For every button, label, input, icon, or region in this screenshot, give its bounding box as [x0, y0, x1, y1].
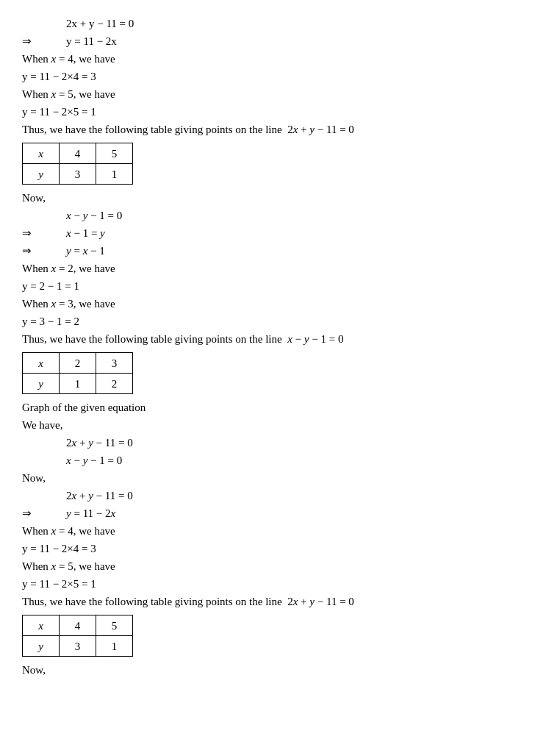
now-2-text: Now,: [22, 472, 46, 484]
now-1-text: Now,: [22, 192, 46, 204]
calc-x4-b: y = 11 − 2×4 = 3: [22, 540, 538, 557]
table-3: x 4 5 y 3 1: [22, 615, 133, 657]
equation-5: 2x + y − 11 = 0: [22, 487, 538, 504]
step-2b: ⇒ y = x − 1: [22, 242, 538, 260]
arrow-1: ⇒: [22, 32, 66, 50]
eq5-text: 2x + y − 11 = 0: [66, 490, 133, 502]
when-x3: When x = 3, we have: [22, 295, 538, 313]
table2-y-2: 2: [96, 374, 133, 394]
table2-header-x: x: [23, 353, 60, 374]
when-x5-b-text: When x = 5, we have: [22, 560, 115, 572]
step-1: ⇒ y = 11 − 2x: [22, 32, 538, 50]
when-x4: When x = 4, we have: [22, 50, 538, 68]
table3-header-y: y: [23, 636, 60, 657]
table3-header-x: x: [23, 615, 60, 636]
when-x5: When x = 5, we have: [22, 85, 538, 103]
when-x2: When x = 2, we have: [22, 260, 538, 277]
math-content: 2x + y − 11 = 0 ⇒ y = 11 − 2x When x = 4…: [22, 15, 538, 679]
eq3-text: 2x + y − 11 = 0: [66, 437, 133, 449]
calc-x3: y = 3 − 1 = 2: [22, 313, 538, 330]
step-3: ⇒ y = 11 − 2x: [22, 504, 538, 522]
arrow-2b: ⇒: [22, 242, 66, 260]
calc-x2-text: y = 2 − 1 = 1: [22, 280, 79, 292]
now-1: Now,: [22, 189, 538, 207]
table1-header-y: y: [23, 164, 60, 185]
thus-table3-text: Thus, we have the following table giving…: [22, 593, 538, 610]
when-x2-text: When x = 2, we have: [22, 263, 115, 274]
thus3-label: Thus, we have the following table giving…: [22, 596, 354, 607]
eq4-text: x − y − 1 = 0: [66, 454, 122, 466]
equation-2: x − y − 1 = 0: [22, 207, 538, 224]
arrow-2a: ⇒: [22, 224, 66, 242]
when-x5-text: When x = 5, we have: [22, 88, 115, 100]
table3-x-5: 5: [96, 615, 133, 636]
when-x4-b: When x = 4, we have: [22, 522, 538, 540]
calc-x5-b: y = 11 − 2×5 = 1: [22, 575, 538, 593]
table2-header-y: y: [23, 374, 60, 394]
calc-x3-text: y = 3 − 1 = 2: [22, 315, 79, 327]
we-have-text: We have,: [22, 419, 62, 431]
table1-x-4: 4: [60, 143, 96, 164]
table3-y-1: 1: [96, 636, 133, 657]
eq1-text: 2x + y − 11 = 0: [66, 18, 134, 29]
table-1: x 4 5 y 3 1: [22, 143, 133, 185]
thus-table1-text: Thus, we have the following table giving…: [22, 121, 538, 138]
eq2-text: x − y − 1 = 0: [66, 210, 122, 221]
thus2-label: Thus, we have the following table giving…: [22, 333, 343, 345]
table1-y-1: 1: [96, 164, 133, 185]
when-x3-text: When x = 3, we have: [22, 298, 115, 310]
table1-y-3: 3: [60, 164, 96, 185]
when-x4-text: When x = 4, we have: [22, 53, 115, 65]
calc-x4-b-text: y = 11 − 2×4 = 3: [22, 543, 96, 554]
calc-x4-text: y = 11 − 2×4 = 3: [22, 71, 96, 82]
step-2a-expr: x − 1 = y: [66, 224, 105, 242]
when-x5-b: When x = 5, we have: [22, 557, 538, 575]
table3-y-3: 3: [60, 636, 96, 657]
now-3-text: Now,: [22, 664, 46, 676]
graph-heading-text: Graph of the given equation: [22, 402, 146, 413]
now-3: Now,: [22, 661, 538, 679]
we-have: We have,: [22, 416, 538, 434]
step-2b-expr: y = x − 1: [66, 242, 105, 260]
table2-y-1: 1: [60, 374, 96, 394]
calc-x5: y = 11 − 2×5 = 1: [22, 103, 538, 121]
equation-3: 2x + y − 11 = 0: [22, 434, 538, 452]
calc-x2: y = 2 − 1 = 1: [22, 277, 538, 295]
step-2a: ⇒ x − 1 = y: [22, 224, 538, 242]
equation-1: 2x + y − 11 = 0: [22, 15, 538, 32]
thus-table2-text: Thus, we have the following table giving…: [22, 330, 538, 348]
thus1-label: Thus, we have the following table giving…: [22, 124, 354, 135]
table2-x-3: 3: [96, 353, 133, 374]
calc-x4: y = 11 − 2×4 = 3: [22, 68, 538, 85]
table1-x-5: 5: [96, 143, 133, 164]
table1-header-x: x: [23, 143, 60, 164]
step-1-expr: y = 11 − 2x: [66, 32, 117, 50]
table2-x-2: 2: [60, 353, 96, 374]
arrow-3: ⇒: [22, 504, 66, 522]
equation-4: x − y − 1 = 0: [22, 452, 538, 469]
now-2: Now,: [22, 469, 538, 487]
table3-x-4: 4: [60, 615, 96, 636]
step-3-expr: y = 11 − 2x: [66, 504, 115, 522]
calc-x5-b-text: y = 11 − 2×5 = 1: [22, 578, 96, 590]
graph-heading: Graph of the given equation: [22, 399, 538, 416]
calc-x5-text: y = 11 − 2×5 = 1: [22, 106, 96, 118]
when-x4-b-text: When x = 4, we have: [22, 525, 115, 537]
table-2: x 2 3 y 1 2: [22, 352, 133, 394]
